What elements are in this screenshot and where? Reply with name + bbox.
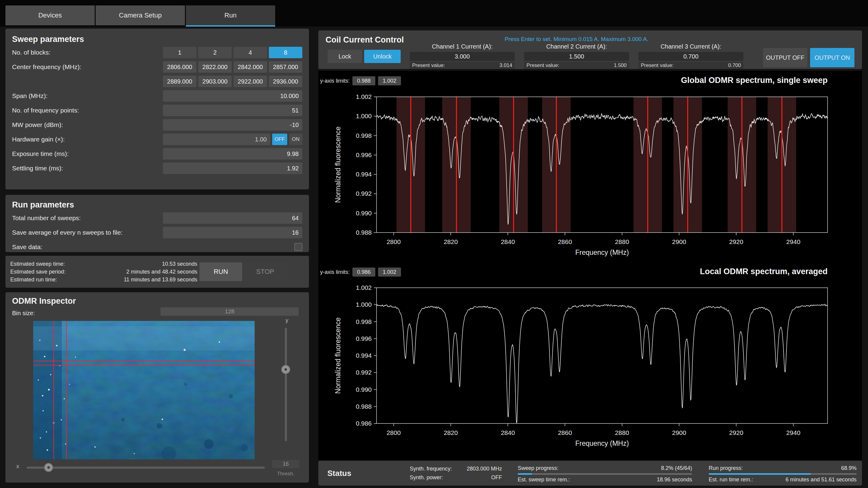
center-frequency-field-3[interactable]: 2842.000 <box>234 61 267 73</box>
x-slider-handle[interactable] <box>44 463 53 472</box>
channel-1-label: Channel 1 Current (A): <box>410 43 515 50</box>
synth-frequency-label: Synth. frequency: <box>410 464 452 473</box>
center-frequency-field-7[interactable]: 2922.000 <box>234 76 267 87</box>
save-every-n-input[interactable]: 16 <box>163 227 302 238</box>
block-count-button-2[interactable]: 2 <box>198 47 232 58</box>
settling-time-input[interactable]: 1.92 <box>163 163 302 174</box>
center-frequency-field-5[interactable]: 2889.000 <box>163 76 196 87</box>
center-frequency-field-4[interactable]: 2857.000 <box>269 61 302 73</box>
sweep-parameters-panel: Sweep parameters No. of blocks: 1 2 4 8 … <box>5 29 309 189</box>
mw-power-label: MW power (dBm): <box>12 121 63 129</box>
svg-text:0.996: 0.996 <box>356 152 372 158</box>
exposure-time-input[interactable]: 9.98 <box>163 148 302 160</box>
output-on-button[interactable]: OUTPUT ON <box>810 48 855 67</box>
x-axis-slider[interactable] <box>27 466 265 469</box>
synth-status-column: Synth. frequency: 2803.000 MHz Synth. po… <box>410 464 502 482</box>
svg-text:1.000: 1.000 <box>356 112 372 120</box>
run-parameters-panel: Run parameters Total number of sweeps: 6… <box>5 195 309 252</box>
gain-on-button[interactable]: ON <box>289 134 302 145</box>
channel-3-current-input[interactable]: 0.700 <box>639 52 743 61</box>
run-parameters-title: Run parameters <box>12 200 302 209</box>
global-chart-header: y-axis limits: 0.988 1.002 Global ODMR s… <box>318 75 862 88</box>
channel-2-label: Channel 2 Current (A): <box>524 43 629 50</box>
coil-hint-text: Press Enter to set. Minimum 0.015 A. Max… <box>410 36 743 42</box>
center-frequency-field-1[interactable]: 2806.000 <box>163 61 196 73</box>
hardware-gain-input[interactable]: 1.00 <box>163 134 270 145</box>
blocks-button-group: 1 2 4 8 <box>163 47 302 58</box>
mw-power-input[interactable]: -10 <box>163 119 302 131</box>
total-sweeps-input[interactable]: 64 <box>163 212 302 224</box>
svg-text:0.988: 0.988 <box>356 229 372 236</box>
channel-1-present-label: Present value: <box>412 62 445 68</box>
sweep-time-remaining-value: 18.96 seconds <box>657 476 692 484</box>
synth-power-value: OFF <box>491 473 502 482</box>
svg-text:2840: 2840 <box>501 429 515 436</box>
channel-2-present-label: Present value: <box>526 62 559 68</box>
channel-2-current-input[interactable]: 1.500 <box>524 52 629 61</box>
tab-camera-setup[interactable]: Camera Setup <box>96 5 185 25</box>
center-frequency-row-1: Center frequency (MHz): 2806.000 2822.00… <box>12 61 302 73</box>
sweep-progress-column: Sweep progress: 8.2% (45/64) Est. sweep … <box>518 464 692 484</box>
sweep-progress-value: 8.2% (45/64) <box>661 464 692 472</box>
channel-2-group: Channel 2 Current (A): 1.500 Present val… <box>524 43 629 69</box>
output-off-button[interactable]: OUTPUT OFF <box>763 48 807 67</box>
svg-text:2920: 2920 <box>729 429 743 436</box>
run-button[interactable]: RUN <box>199 262 242 281</box>
global-ymax-field[interactable]: 1.002 <box>378 76 401 85</box>
bin-size-label: Bin size: <box>12 310 35 317</box>
frequency-points-input[interactable]: 51 <box>163 105 302 116</box>
threshold-input[interactable]: 16 <box>272 460 299 468</box>
svg-text:0.998: 0.998 <box>356 318 372 325</box>
lock-button[interactable]: Lock <box>328 50 362 63</box>
local-ylim-label: y-axis limits: <box>320 269 350 275</box>
y-slider-handle[interactable] <box>281 365 290 374</box>
unlock-button[interactable]: Unlock <box>364 50 401 63</box>
channel-3-label: Channel 3 Current (A): <box>639 43 743 50</box>
svg-text:2940: 2940 <box>786 238 800 245</box>
estimated-save-period: Estimated save period: 2 minutes and 48.… <box>10 268 197 276</box>
x-axis-letter: x <box>16 463 19 469</box>
local-ymax-field[interactable]: 1.002 <box>378 267 401 276</box>
svg-text:2860: 2860 <box>558 238 572 245</box>
camera-image[interactable] <box>33 321 255 459</box>
svg-text:1.000: 1.000 <box>356 301 372 308</box>
center-frequency-row-2: 2889.000 2903.000 2922.000 2936.000 <box>12 75 302 88</box>
global-ymin-field[interactable]: 0.988 <box>352 76 375 85</box>
bin-size-slider[interactable]: 128 <box>160 307 299 316</box>
coil-title: Coil Current Control <box>326 35 404 45</box>
status-panel: Status Synth. frequency: 2803.000 MHz Sy… <box>318 461 862 486</box>
block-count-button-4[interactable]: 4 <box>234 47 267 58</box>
center-frequency-field-8[interactable]: 2936.000 <box>269 76 302 87</box>
local-ymin-field[interactable]: 0.986 <box>352 267 375 276</box>
tab-devices[interactable]: Devices <box>5 5 95 25</box>
gain-off-button[interactable]: OFF <box>272 134 287 145</box>
channel-1-current-input[interactable]: 3.000 <box>410 52 515 61</box>
local-chart-header: y-axis limits: 0.986 1.002 Local ODMR sp… <box>318 266 862 279</box>
span-input[interactable]: 10.000 <box>163 90 302 102</box>
svg-text:0.994: 0.994 <box>356 352 372 359</box>
tab-run[interactable]: Run <box>186 5 275 27</box>
save-data-checkbox[interactable] <box>294 243 302 251</box>
svg-text:0.986: 0.986 <box>356 420 372 427</box>
center-frequency-field-2[interactable]: 2822.000 <box>198 61 232 73</box>
threshold-label: Thresh. <box>272 471 299 477</box>
svg-text:Normalized fluorescence: Normalized fluorescence <box>334 126 342 203</box>
estimates-panel: Estimated sweep time: 10.53 seconds Esti… <box>5 256 309 288</box>
svg-text:Frequency (MHz): Frequency (MHz) <box>575 249 629 256</box>
svg-text:2820: 2820 <box>444 429 458 436</box>
charts-area: y-axis limits: 0.988 1.002 Global ODMR s… <box>318 71 862 460</box>
tab-bar: Devices Camera Setup Run <box>0 0 868 27</box>
block-count-button-8[interactable]: 8 <box>269 47 302 58</box>
svg-text:2940: 2940 <box>786 429 800 436</box>
y-axis-slider[interactable] <box>285 328 287 441</box>
stop-button[interactable]: STOP <box>244 262 287 281</box>
channel-1-present-value: 3.014 <box>499 62 512 68</box>
channel-2-present-value: 1.500 <box>614 62 627 68</box>
tab-camera-setup-label: Camera Setup <box>119 11 162 19</box>
left-column: Sweep parameters No. of blocks: 1 2 4 8 … <box>5 29 309 484</box>
block-count-button-1[interactable]: 1 <box>163 47 196 58</box>
svg-text:2800: 2800 <box>386 429 401 436</box>
run-time-remaining-label: Est. run time rem.: <box>709 476 753 484</box>
exposure-time-label: Exposure time (ms): <box>12 150 69 157</box>
center-frequency-field-6[interactable]: 2903.000 <box>198 76 232 87</box>
